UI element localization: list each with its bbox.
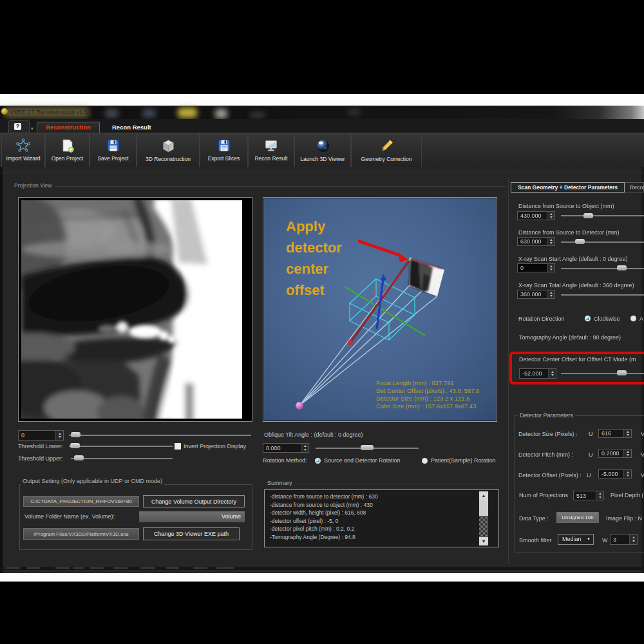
svg-text:Cube Size (mm) : 157.8x157.9x8: Cube Size (mm) : 157.8x157.9x87.43 bbox=[376, 402, 476, 410]
svg-text:offset: offset bbox=[286, 282, 325, 298]
svg-text:Focal Length (mm) : 827.791: Focal Length (mm) : 827.791 bbox=[376, 379, 453, 386]
svg-text:Apply: Apply bbox=[286, 218, 326, 234]
svg-text:detector: detector bbox=[286, 240, 342, 256]
svg-text:Detector Size (mm) : 123.2 x 1: Detector Size (mm) : 123.2 x 121.6 bbox=[376, 395, 469, 402]
svg-text:center: center bbox=[286, 261, 328, 277]
svg-text:Det Center Offset (pixels) : 4: Det Center Offset (pixels) : 43.0, 567.6 bbox=[376, 387, 479, 394]
